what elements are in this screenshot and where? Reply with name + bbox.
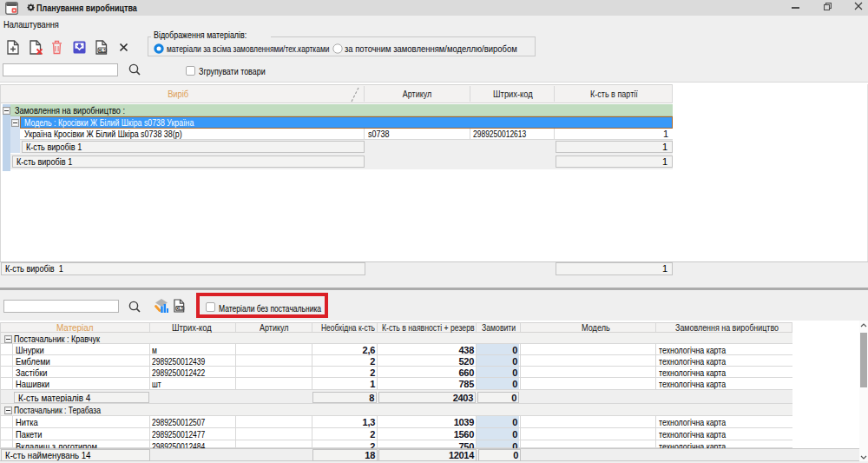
svg-text:XLS: XLS [98, 48, 107, 53]
svg-text:XLS: XLS [176, 307, 185, 311]
